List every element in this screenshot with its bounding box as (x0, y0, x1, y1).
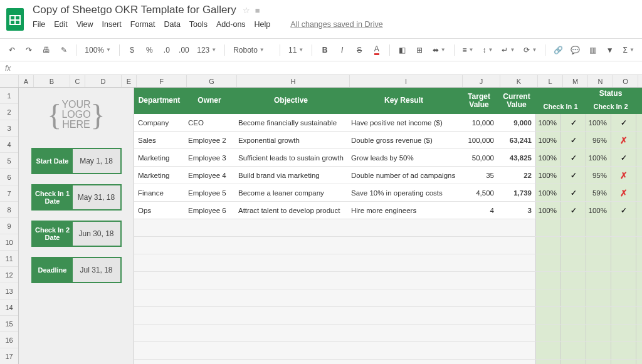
cell-current[interactable]: 9,000 (498, 114, 535, 131)
table-row-empty[interactable] (134, 272, 642, 289)
date-value[interactable]: May 1, 18 (73, 149, 120, 173)
wrap-icon[interactable]: ↵▼ (499, 46, 517, 55)
column-header[interactable]: E (122, 75, 137, 87)
cell-current[interactable]: 43,825 (498, 149, 535, 166)
borders-icon[interactable]: ⊞ (413, 43, 426, 57)
menu-edit[interactable]: Edit (54, 20, 68, 29)
date-box[interactable]: Check In 2 DateJun 30, 18 (31, 221, 122, 247)
cell-keyresult[interactable]: Have positive net income ($) (347, 114, 460, 131)
column-header[interactable]: P (638, 75, 642, 87)
row-header[interactable]: 7 (0, 185, 18, 202)
rotate-icon[interactable]: ⟳▼ (521, 46, 539, 55)
cell-target[interactable]: 4 (460, 202, 498, 219)
merge-icon[interactable]: ⬌▼ (430, 46, 448, 55)
cell-c2p[interactable]: 95% (586, 167, 611, 184)
table-row-empty[interactable] (134, 289, 642, 307)
cell-c1p[interactable]: 100% (535, 132, 560, 148)
cell-keyresult[interactable]: Save 10% in operating costs (347, 184, 460, 201)
bold-icon[interactable]: B (318, 43, 332, 57)
cell-objective[interactable]: Sufficient leads to sustain growth (234, 149, 347, 166)
cell-c1s[interactable]: ✓ (560, 202, 586, 219)
cell-c2s[interactable]: ✓ (611, 202, 636, 219)
cell-target[interactable]: 50,000 (460, 149, 498, 166)
table-row[interactable]: Marketing Employee 3 Sufficient leads to… (134, 149, 642, 167)
row-header[interactable]: 16 (0, 332, 18, 348)
cell-department[interactable]: Marketing (134, 167, 184, 184)
cell-objective[interactable]: Become financially sustainable (234, 114, 347, 131)
row-header[interactable]: 9 (0, 218, 18, 234)
cell-department[interactable]: Marketing (134, 149, 184, 166)
menu-format[interactable]: Format (130, 20, 155, 29)
font-select[interactable]: Roboto▼ (231, 46, 274, 55)
cell-c2p[interactable]: 100% (586, 149, 611, 166)
table-row-empty[interactable] (134, 254, 642, 272)
table-row-empty[interactable] (134, 237, 642, 254)
cell-dp[interactable]: 77% (636, 202, 642, 219)
italic-icon[interactable]: I (335, 43, 349, 57)
redo-icon[interactable]: ↷ (23, 43, 36, 57)
cell-current[interactable]: 63,241 (498, 132, 535, 148)
menu-tools[interactable]: Tools (189, 20, 208, 29)
cell-owner[interactable]: Employee 2 (184, 132, 234, 148)
row-header[interactable]: 13 (0, 283, 18, 299)
cell-objective[interactable]: Exponential growth (234, 132, 347, 148)
column-header[interactable]: G (187, 75, 237, 87)
th-status[interactable]: Status (535, 88, 642, 99)
cell-dp[interactable]: 63% (636, 167, 642, 184)
cell-objective[interactable]: Attract talent to develop product (234, 202, 347, 219)
date-box[interactable]: DeadlineJul 31, 18 (31, 257, 122, 283)
row-header[interactable]: 4 (0, 137, 18, 153)
row-header[interactable]: 3 (0, 120, 18, 137)
print-icon[interactable]: 🖶 (39, 43, 53, 57)
document-title[interactable]: Copy of Sheetgo OKR Template for Gallery (33, 4, 236, 16)
cell-c2s[interactable]: ✗ (611, 167, 636, 184)
cell-keyresult[interactable]: Grow leads by 50% (347, 149, 460, 166)
date-box[interactable]: Check In 1 DateMay 31, 18 (31, 184, 122, 211)
undo-icon[interactable]: ↶ (5, 43, 19, 57)
table-row-empty[interactable] (134, 219, 642, 237)
cell-target[interactable]: 35 (460, 167, 498, 184)
column-header[interactable]: J (463, 75, 500, 87)
row-header[interactable]: 14 (0, 299, 18, 316)
cell-c1p[interactable]: 100% (535, 202, 560, 219)
comment-icon[interactable]: 💬 (569, 43, 582, 57)
menu-file[interactable]: File (33, 20, 45, 29)
cell-target[interactable]: 100,000 (460, 132, 498, 148)
row-header[interactable]: 15 (0, 316, 18, 332)
increase-decimal-icon[interactable]: .00 (177, 43, 191, 57)
cell-owner[interactable]: Employee 5 (184, 184, 234, 201)
column-header[interactable]: K (500, 75, 538, 87)
cell-c2p[interactable]: 100% (586, 114, 611, 131)
menu-data[interactable]: Data (164, 20, 180, 29)
th-check2[interactable]: Check In 2 (586, 99, 636, 114)
cell-department[interactable]: Finance (134, 184, 184, 201)
table-row-empty[interactable] (134, 325, 642, 342)
paint-format-icon[interactable]: ✎ (57, 43, 71, 57)
cell-keyresult[interactable]: Double number of ad campaigns (347, 167, 460, 184)
text-color-icon[interactable]: A (370, 43, 384, 57)
cell-keyresult[interactable]: Double gross revenue ($) (347, 132, 460, 148)
th-current[interactable]: Current Value (498, 88, 535, 114)
cell-objective[interactable]: Become a leaner company (234, 184, 347, 201)
date-box[interactable]: Start DateMay 1, 18 (31, 148, 122, 174)
cell-current[interactable]: 1,739 (498, 184, 535, 201)
row-header[interactable]: 8 (0, 202, 18, 218)
th-department[interactable]: Department (134, 88, 184, 114)
cell-c1p[interactable]: 100% (535, 184, 560, 201)
cell-target[interactable]: 4,500 (460, 184, 498, 201)
column-header[interactable]: C (70, 75, 85, 87)
th-target[interactable]: Target Value (460, 88, 498, 114)
cell-c2s[interactable]: ✓ (611, 114, 636, 131)
cell-current[interactable]: 22 (498, 167, 535, 184)
save-status[interactable]: All changes saved in Drive (290, 20, 382, 29)
table-row-empty[interactable] (134, 307, 642, 325)
folder-icon[interactable]: ■ (255, 6, 260, 15)
column-header[interactable]: I (350, 75, 463, 87)
menu-help[interactable]: Help (255, 20, 271, 29)
cell-objective[interactable]: Build brand via marketing (234, 167, 347, 184)
row-header[interactable]: 11 (0, 251, 18, 267)
cell-c1p[interactable]: 100% (535, 114, 560, 131)
cell-dp[interactable]: 88% (636, 149, 642, 166)
cell-c1s[interactable]: ✓ (560, 132, 586, 148)
table-row[interactable]: Company CEO Become financially sustainab… (134, 114, 642, 132)
